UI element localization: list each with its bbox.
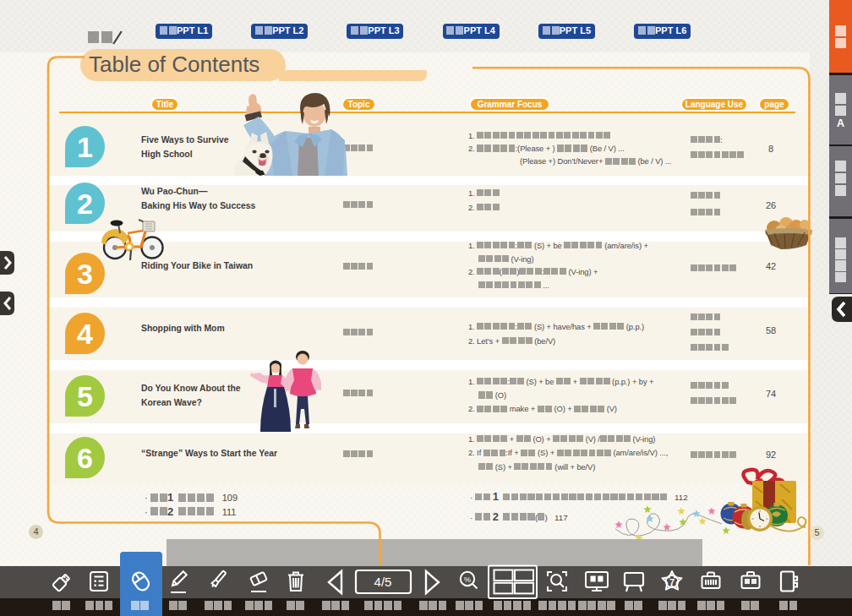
svg-text:4/5: 4/5: [374, 575, 392, 589]
svg-text:%: %: [464, 575, 471, 584]
svg-text:7: 7: [669, 577, 674, 587]
